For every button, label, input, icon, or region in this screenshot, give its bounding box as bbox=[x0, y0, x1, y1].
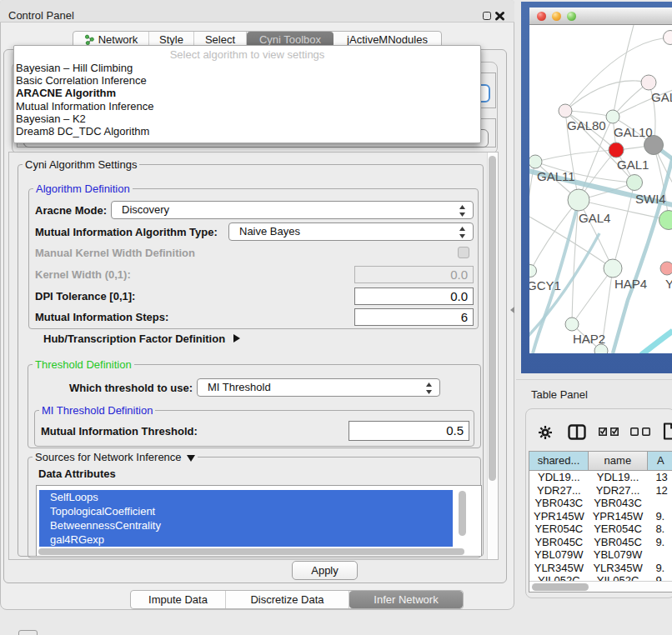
table-cell: YER054C bbox=[589, 522, 648, 536]
table-cell: YIL052C bbox=[529, 574, 589, 581]
table-row[interactable]: YIL052CYIL052C9. bbox=[529, 574, 672, 581]
tab-impute-data[interactable]: Impute Data bbox=[131, 591, 226, 608]
aracne-mode-combobox[interactable]: Discovery bbox=[111, 201, 474, 219]
network-edge[interactable] bbox=[530, 200, 579, 271]
attributes-hscrollbar-thumb[interactable] bbox=[38, 548, 464, 555]
attributes-scrollbar-thumb[interactable] bbox=[459, 491, 466, 536]
float-window-icon[interactable] bbox=[483, 12, 491, 20]
desktop: { "control_panel": { "title": "Control P… bbox=[0, 0, 672, 635]
expanded-arrow-icon[interactable] bbox=[187, 455, 195, 462]
network-window-titlebar[interactable] bbox=[529, 8, 672, 25]
mi-steps-field[interactable]: 6 bbox=[354, 308, 474, 326]
table-row[interactable]: YPR145WYPR145W9. bbox=[529, 510, 672, 523]
checked-columns-icon[interactable] bbox=[599, 428, 619, 436]
table-cell: YIL052C bbox=[589, 574, 648, 581]
sources-title: Sources for Network Inference bbox=[35, 451, 182, 463]
table-row[interactable]: YBL079WYBL079W bbox=[529, 548, 672, 562]
table-cell: YPR145W bbox=[589, 510, 648, 523]
zoom-traffic-light-icon[interactable] bbox=[567, 12, 576, 21]
attribute-item[interactable]: gal4RGexp bbox=[39, 532, 453, 547]
table-row[interactable]: YBR043CYBR043C bbox=[529, 497, 672, 510]
network-node-hap4[interactable] bbox=[604, 259, 622, 278]
attribute-item[interactable]: BetweennessCentrality bbox=[39, 518, 453, 532]
network-node-label: GAL4 bbox=[579, 211, 610, 225]
sources-label[interactable]: Sources for Network Inference bbox=[33, 451, 198, 463]
attribute-item[interactable]: TopologicalCoefficient bbox=[39, 504, 453, 518]
table-row[interactable]: YDR27...YDR27...12 bbox=[529, 484, 672, 498]
dropdown-item[interactable]: Bayesian – K2 bbox=[14, 112, 480, 125]
panel-splitter-icon[interactable] bbox=[510, 307, 514, 313]
mi-threshold-field[interactable]: 0.5 bbox=[349, 421, 469, 441]
which-threshold-combobox[interactable]: MI Threshold bbox=[197, 378, 440, 397]
network-node-label: HAP2 bbox=[573, 332, 605, 346]
dpi-tolerance-field[interactable]: 0.0 bbox=[354, 288, 474, 305]
network-edge[interactable] bbox=[535, 150, 616, 162]
unchecked-columns-icon[interactable] bbox=[630, 428, 651, 436]
mi-algorithm-type-combobox[interactable]: Naive Bayes bbox=[228, 222, 474, 241]
combo-arrows-icon bbox=[425, 382, 433, 395]
network-node[interactable] bbox=[659, 211, 672, 230]
hub-section-header[interactable]: Hub/Transcription Factor Definition bbox=[43, 332, 240, 345]
file-icon[interactable] bbox=[663, 422, 672, 440]
dropdown-item[interactable]: Bayesian – Hill Climbing bbox=[14, 62, 480, 74]
network-node-gal[interactable] bbox=[641, 75, 656, 90]
network-node-swi4[interactable] bbox=[627, 175, 643, 191]
network-edge[interactable] bbox=[572, 268, 613, 324]
control-panel-titlebar[interactable] bbox=[0, 0, 514, 22]
manual-kernel-width-checkbox[interactable] bbox=[458, 247, 469, 258]
dropdown-item[interactable]: ARACNE Algorithm bbox=[14, 87, 480, 99]
mi-threshold-label: Mutual Information Threshold: bbox=[41, 425, 198, 438]
table-header: shared...nameA bbox=[529, 452, 672, 470]
dropdown-item[interactable]: Mutual Information Inference bbox=[14, 100, 480, 112]
network-node-label: GCY1 bbox=[529, 278, 561, 292]
table-panel-title: Table Panel bbox=[531, 388, 588, 401]
kernel-width-field[interactable]: 0.0 bbox=[354, 266, 474, 283]
gear-icon[interactable] bbox=[539, 426, 552, 439]
apply-button[interactable]: Apply bbox=[292, 561, 358, 580]
attribute-item[interactable]: SelfLoops bbox=[39, 490, 453, 504]
network-node-gal10[interactable] bbox=[606, 110, 619, 123]
column-header-A[interactable]: A bbox=[648, 452, 672, 470]
table-row[interactable]: YBR045CYBR045C9. bbox=[529, 536, 672, 549]
close-window-icon[interactable] bbox=[494, 10, 505, 22]
table-row[interactable]: YLR345WYLR345W9. bbox=[529, 562, 672, 575]
network-node-y[interactable] bbox=[660, 262, 672, 275]
close-traffic-light-icon[interactable] bbox=[537, 12, 546, 21]
network-edge-thick[interactable] bbox=[641, 331, 672, 353]
data-attributes-list[interactable]: SelfLoopsTopologicalCoefficientBetweenne… bbox=[36, 485, 482, 556]
network-node-gcy1[interactable] bbox=[529, 265, 537, 278]
network-node-gal4[interactable] bbox=[568, 189, 589, 211]
network-node-label: Y bbox=[665, 277, 672, 291]
tab-discretize-data[interactable]: Discretize Data bbox=[226, 591, 349, 608]
dropdown-item[interactable]: Dream8 DC_TDC Algorithm bbox=[14, 125, 480, 138]
network-edge[interactable] bbox=[529, 162, 535, 271]
table-cell: YDR27... bbox=[589, 484, 648, 498]
table-row[interactable]: YDL19...YDL19...13 bbox=[529, 471, 672, 484]
settings-scrollbar-thumb[interactable] bbox=[489, 156, 496, 481]
network-canvas[interactable]: GALGAL80GAL10GAL1GAL11SWI4GAL4GCY1HAP4YH… bbox=[529, 25, 672, 353]
network-node-gal1[interactable] bbox=[609, 142, 624, 158]
table-hscrollbar-track[interactable] bbox=[529, 581, 672, 592]
network-node[interactable] bbox=[664, 31, 672, 45]
dropdown-item[interactable]: Basic Correlation Inference bbox=[14, 74, 480, 87]
column-header-name[interactable]: name bbox=[589, 452, 648, 470]
minimize-traffic-light-icon[interactable] bbox=[552, 12, 561, 21]
table-cell: 12 bbox=[647, 484, 672, 498]
network-node-hap2[interactable] bbox=[565, 318, 579, 331]
table-row[interactable]: YER054CYER054C8. bbox=[529, 522, 672, 536]
network-view-window: GALGAL80GAL10GAL1GAL11SWI4GAL4GCY1HAP4YH… bbox=[521, 2, 672, 373]
table-cell: 8. bbox=[647, 522, 672, 536]
network-node-gal11[interactable] bbox=[529, 155, 542, 168]
table-cell: YBL079W bbox=[529, 548, 589, 562]
network-node-gal80[interactable] bbox=[559, 104, 572, 118]
network-edge[interactable] bbox=[613, 25, 634, 117]
table-cell: YDR27... bbox=[529, 484, 589, 498]
table-hscrollbar-thumb[interactable] bbox=[532, 583, 589, 591]
split-columns-icon[interactable] bbox=[568, 424, 586, 440]
column-header-shared[interactable]: shared... bbox=[529, 452, 589, 470]
network-node-label: GAL11 bbox=[537, 169, 575, 183]
tab-infer-network[interactable]: Infer Network bbox=[349, 591, 463, 608]
collapsed-arrow-icon[interactable] bbox=[233, 334, 240, 342]
table-cell: YDL19... bbox=[589, 471, 648, 484]
bottom-left-button[interactable] bbox=[18, 630, 38, 635]
